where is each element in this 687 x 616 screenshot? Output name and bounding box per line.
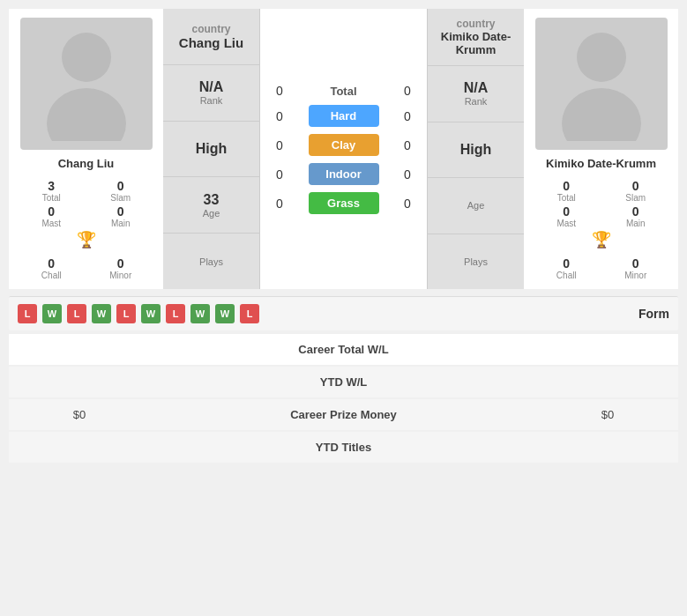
- indoor-row: 0 Indoor 0: [264, 163, 423, 185]
- left-main-stat: 0 Main: [87, 204, 155, 228]
- left-mast-stat: 0 Mast: [18, 204, 86, 228]
- right-total-value: 0: [563, 179, 570, 193]
- left-high-value: High: [196, 141, 228, 157]
- right-slam-value: 0: [632, 179, 639, 193]
- ytd-titles-row: YTD Titles: [9, 432, 678, 463]
- grass-left-score: 0: [271, 197, 288, 211]
- left-rank-label: Rank: [200, 95, 223, 106]
- right-player-avatar: [535, 18, 668, 150]
- right-age-label: Age: [467, 200, 485, 211]
- right-main-label: Main: [626, 219, 646, 228]
- svg-point-0: [62, 33, 111, 82]
- right-age-block: Age: [428, 178, 524, 234]
- right-chall-label: Chall: [556, 271, 577, 280]
- left-slam-label: Slam: [110, 193, 131, 203]
- right-plays-label: Plays: [464, 256, 488, 267]
- right-high-block: High: [428, 122, 524, 179]
- form-badge-5: W: [141, 304, 161, 323]
- right-mast-label: Mast: [556, 219, 576, 228]
- hard-right-score: 0: [399, 109, 416, 123]
- left-player-stats: 3 Total 0 Slam 0 Mast 0 Main: [18, 179, 154, 228]
- right-player-stats2: 0 Chall 0 Minor: [533, 256, 669, 280]
- right-country-label: country: [456, 18, 495, 30]
- right-stats-panel: country Kimiko Date-Krumm N/A Rank High …: [427, 9, 524, 289]
- left-minor-value: 0: [117, 256, 124, 271]
- right-slam-label: Slam: [625, 193, 646, 203]
- form-label: Form: [638, 307, 669, 321]
- right-player-stats: 0 Total 0 Slam 0 Mast 0 Main: [533, 179, 669, 228]
- form-badge-4: L: [116, 304, 136, 323]
- right-high-value: High: [460, 142, 492, 158]
- form-badge-7: W: [190, 304, 210, 323]
- right-main-value: 0: [632, 204, 639, 219]
- right-total-label: Total: [557, 193, 576, 203]
- ytd-titles-label: YTD Titles: [132, 441, 555, 454]
- left-total-stat: 3 Total: [18, 179, 86, 203]
- total-left-score: 0: [271, 84, 288, 98]
- left-country-label: country: [191, 23, 230, 35]
- right-plays-block: Plays: [428, 234, 524, 290]
- grass-btn: Grass: [309, 192, 379, 214]
- left-main-label: Main: [111, 219, 131, 228]
- form-badge-9: L: [240, 304, 259, 323]
- hard-row: 0 Hard 0: [264, 105, 423, 127]
- clay-row: 0 Clay 0: [264, 134, 423, 156]
- right-player-name-header: Kimiko Date-Krumm: [431, 30, 520, 56]
- svg-point-1: [47, 88, 126, 141]
- left-chall-stat: 0 Chall: [18, 256, 86, 280]
- right-player-name: Kimiko Date-Krumm: [546, 157, 656, 170]
- career-prize-left: $0: [26, 408, 132, 421]
- right-trophy-icon: 🏆: [592, 230, 611, 249]
- form-badge-8: W: [215, 304, 235, 323]
- right-main-stat: 0 Main: [602, 204, 670, 228]
- right-mast-value: 0: [563, 204, 570, 219]
- right-player-section: Kimiko Date-Krumm 0 Total 0 Slam 0 Mast …: [524, 9, 678, 289]
- left-total-value: 3: [48, 179, 55, 193]
- clay-right-score: 0: [399, 138, 416, 152]
- left-chall-value: 0: [48, 256, 55, 271]
- right-chall-stat: 0 Chall: [533, 256, 601, 280]
- right-minor-label: Minor: [624, 271, 646, 280]
- main-container: Chang Liu 3 Total 0 Slam 0 Mast 0 Main: [0, 0, 687, 473]
- ytd-wl-label: YTD W/L: [132, 375, 555, 389]
- left-slam-stat: 0 Slam: [87, 179, 155, 203]
- clay-btn: Clay: [309, 134, 379, 156]
- left-high-block: High: [163, 122, 259, 178]
- left-mast-label: Mast: [41, 219, 61, 228]
- total-right-score: 0: [399, 84, 416, 98]
- indoor-left-score: 0: [271, 167, 288, 182]
- right-rank-label: Rank: [465, 96, 488, 107]
- form-badge-1: W: [42, 304, 62, 323]
- left-country-block: country Chang Liu: [163, 9, 259, 65]
- left-slam-value: 0: [117, 179, 124, 193]
- left-minor-stat: 0 Minor: [87, 256, 155, 280]
- grass-row: 0 Grass 0: [264, 192, 423, 214]
- left-age-block: 33 Age: [163, 177, 259, 234]
- player-comparison: Chang Liu 3 Total 0 Slam 0 Mast 0 Main: [9, 9, 678, 289]
- right-minor-stat: 0 Minor: [602, 256, 670, 280]
- form-section: L W L W L W L W W L Form: [9, 296, 678, 330]
- left-player-section: Chang Liu 3 Total 0 Slam 0 Mast 0 Main: [9, 9, 163, 289]
- left-age-label: Age: [203, 208, 220, 219]
- hard-btn: Hard: [309, 105, 379, 127]
- svg-point-2: [577, 33, 626, 82]
- right-rank-value: N/A: [464, 80, 489, 96]
- career-prize-right: $0: [555, 408, 661, 421]
- indoor-btn: Indoor: [309, 163, 379, 185]
- right-total-stat: 0 Total: [533, 179, 601, 203]
- indoor-right-score: 0: [399, 167, 416, 182]
- right-slam-stat: 0 Slam: [602, 179, 670, 203]
- right-mast-stat: 0 Mast: [533, 204, 601, 228]
- career-total-row: Career Total W/L: [9, 334, 678, 365]
- left-plays-block: Plays: [163, 234, 259, 289]
- left-minor-label: Minor: [109, 271, 131, 280]
- hard-left-score: 0: [271, 109, 288, 123]
- grass-right-score: 0: [399, 197, 416, 211]
- left-player-stats2: 0 Chall 0 Minor: [18, 256, 154, 280]
- form-badge-6: L: [166, 304, 185, 323]
- ytd-wl-row: YTD W/L: [9, 367, 678, 397]
- left-stats-panel: country Chang Liu N/A Rank High 33 Age P…: [163, 9, 260, 289]
- left-mast-value: 0: [48, 204, 55, 219]
- clay-left-score: 0: [271, 138, 288, 152]
- right-rank-block: N/A Rank: [428, 66, 524, 122]
